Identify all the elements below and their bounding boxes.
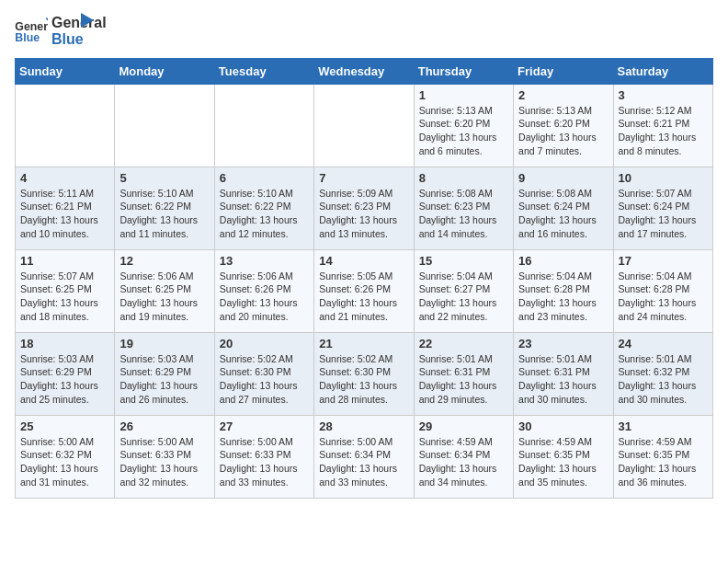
day-info: Sunrise: 4:59 AM Sunset: 6:35 PM Dayligh… (619, 435, 708, 489)
logo: General Blue General Blue (15, 15, 94, 49)
calendar-cell: 26Sunrise: 5:00 AM Sunset: 6:33 PM Dayli… (115, 415, 214, 498)
day-info: Sunrise: 4:59 AM Sunset: 6:34 PM Dayligh… (419, 435, 508, 489)
calendar-week-2: 4Sunrise: 5:11 AM Sunset: 6:21 PM Daylig… (16, 167, 713, 249)
day-number: 26 (119, 419, 209, 433)
day-number: 4 (20, 171, 109, 185)
calendar-cell: 4Sunrise: 5:11 AM Sunset: 6:21 PM Daylig… (16, 167, 115, 249)
day-info: Sunrise: 5:04 AM Sunset: 6:28 PM Dayligh… (518, 270, 608, 324)
calendar-cell: 14Sunrise: 5:05 AM Sunset: 6:26 PM Dayli… (314, 249, 414, 332)
calendar-cell (214, 84, 313, 167)
day-number: 13 (220, 254, 309, 268)
header-friday: Friday (514, 58, 613, 84)
day-info: Sunrise: 5:11 AM Sunset: 6:21 PM Dayligh… (20, 187, 109, 241)
day-info: Sunrise: 5:00 AM Sunset: 6:34 PM Dayligh… (319, 435, 408, 489)
day-number: 8 (419, 171, 508, 185)
calendar-header-row: SundayMondayTuesdayWednesdayThursdayFrid… (16, 58, 713, 84)
day-number: 29 (419, 419, 508, 433)
calendar-cell: 31Sunrise: 4:59 AM Sunset: 6:35 PM Dayli… (613, 415, 712, 498)
svg-marker-3 (81, 13, 94, 28)
calendar-cell: 10Sunrise: 5:07 AM Sunset: 6:24 PM Dayli… (613, 167, 712, 249)
day-number: 21 (319, 337, 408, 350)
day-number: 7 (319, 171, 408, 185)
calendar-cell: 17Sunrise: 5:04 AM Sunset: 6:28 PM Dayli… (613, 249, 712, 332)
day-number: 15 (419, 254, 508, 268)
day-number: 27 (220, 419, 309, 433)
calendar-cell: 18Sunrise: 5:03 AM Sunset: 6:29 PM Dayli… (16, 332, 115, 415)
calendar-cell: 5Sunrise: 5:10 AM Sunset: 6:22 PM Daylig… (115, 167, 214, 249)
day-number: 10 (619, 171, 708, 185)
header-sunday: Sunday (16, 58, 115, 84)
header-saturday: Saturday (613, 58, 712, 84)
day-number: 9 (518, 171, 608, 185)
day-number: 17 (619, 254, 708, 268)
calendar-week-1: 1Sunrise: 5:13 AM Sunset: 6:20 PM Daylig… (16, 84, 713, 167)
calendar-cell: 28Sunrise: 5:00 AM Sunset: 6:34 PM Dayli… (314, 415, 414, 498)
calendar-table: SundayMondayTuesdayWednesdayThursdayFrid… (15, 58, 713, 499)
day-info: Sunrise: 5:02 AM Sunset: 6:30 PM Dayligh… (220, 352, 309, 407)
day-info: Sunrise: 5:00 AM Sunset: 6:33 PM Dayligh… (220, 435, 309, 489)
calendar-week-4: 18Sunrise: 5:03 AM Sunset: 6:29 PM Dayli… (16, 332, 713, 415)
day-number: 30 (518, 419, 608, 433)
day-info: Sunrise: 5:03 AM Sunset: 6:29 PM Dayligh… (119, 352, 209, 407)
header-monday: Monday (115, 58, 214, 84)
day-info: Sunrise: 5:10 AM Sunset: 6:22 PM Dayligh… (220, 187, 309, 241)
logo-icon: General Blue (15, 17, 48, 45)
calendar-cell: 27Sunrise: 5:00 AM Sunset: 6:33 PM Dayli… (214, 415, 313, 498)
day-number: 11 (20, 254, 109, 268)
day-info: Sunrise: 5:06 AM Sunset: 6:26 PM Dayligh… (220, 270, 309, 324)
day-number: 25 (20, 419, 109, 433)
calendar-cell: 2Sunrise: 5:13 AM Sunset: 6:20 PM Daylig… (514, 84, 613, 167)
day-number: 31 (619, 419, 708, 433)
day-info: Sunrise: 5:08 AM Sunset: 6:24 PM Dayligh… (518, 187, 608, 241)
day-info: Sunrise: 5:13 AM Sunset: 6:20 PM Dayligh… (518, 104, 608, 158)
day-number: 2 (518, 88, 608, 102)
calendar-cell: 13Sunrise: 5:06 AM Sunset: 6:26 PM Dayli… (214, 249, 313, 332)
calendar-cell: 16Sunrise: 5:04 AM Sunset: 6:28 PM Dayli… (514, 249, 613, 332)
day-number: 24 (619, 337, 708, 350)
day-info: Sunrise: 5:05 AM Sunset: 6:26 PM Dayligh… (319, 270, 408, 324)
day-number: 3 (619, 88, 708, 102)
calendar-cell: 15Sunrise: 5:04 AM Sunset: 6:27 PM Dayli… (414, 249, 513, 332)
calendar-week-5: 25Sunrise: 5:00 AM Sunset: 6:32 PM Dayli… (16, 415, 713, 498)
svg-text:Blue: Blue (15, 32, 40, 45)
calendar-cell: 9Sunrise: 5:08 AM Sunset: 6:24 PM Daylig… (514, 167, 613, 249)
calendar-cell: 8Sunrise: 5:08 AM Sunset: 6:23 PM Daylig… (414, 167, 513, 249)
calendar-cell: 7Sunrise: 5:09 AM Sunset: 6:23 PM Daylig… (314, 167, 414, 249)
calendar-cell (16, 84, 115, 167)
header-wednesday: Wednesday (314, 58, 414, 84)
day-info: Sunrise: 5:13 AM Sunset: 6:20 PM Dayligh… (419, 104, 508, 158)
logo-blue: Blue (51, 31, 107, 48)
day-number: 20 (220, 337, 309, 350)
calendar-cell: 24Sunrise: 5:01 AM Sunset: 6:32 PM Dayli… (613, 332, 712, 415)
day-number: 18 (20, 337, 109, 350)
calendar-cell: 22Sunrise: 5:01 AM Sunset: 6:31 PM Dayli… (414, 332, 513, 415)
day-number: 28 (319, 419, 408, 433)
day-info: Sunrise: 5:02 AM Sunset: 6:30 PM Dayligh… (319, 352, 408, 407)
day-info: Sunrise: 5:00 AM Sunset: 6:32 PM Dayligh… (20, 435, 109, 489)
calendar-cell (115, 84, 214, 167)
calendar-cell: 3Sunrise: 5:12 AM Sunset: 6:21 PM Daylig… (613, 84, 712, 167)
calendar-cell: 25Sunrise: 5:00 AM Sunset: 6:32 PM Dayli… (16, 415, 115, 498)
calendar-cell: 29Sunrise: 4:59 AM Sunset: 6:34 PM Dayli… (414, 415, 513, 498)
day-info: Sunrise: 5:04 AM Sunset: 6:28 PM Dayligh… (619, 270, 708, 324)
day-info: Sunrise: 5:07 AM Sunset: 6:24 PM Dayligh… (619, 187, 708, 241)
day-info: Sunrise: 4:59 AM Sunset: 6:35 PM Dayligh… (518, 435, 608, 489)
day-info: Sunrise: 5:00 AM Sunset: 6:33 PM Dayligh… (119, 435, 209, 489)
calendar-cell: 6Sunrise: 5:10 AM Sunset: 6:22 PM Daylig… (214, 167, 313, 249)
calendar-cell: 11Sunrise: 5:07 AM Sunset: 6:25 PM Dayli… (16, 249, 115, 332)
day-number: 16 (518, 254, 608, 268)
header-thursday: Thursday (414, 58, 513, 84)
day-info: Sunrise: 5:09 AM Sunset: 6:23 PM Dayligh… (319, 187, 408, 241)
header-tuesday: Tuesday (214, 58, 313, 84)
day-info: Sunrise: 5:12 AM Sunset: 6:21 PM Dayligh… (619, 104, 708, 158)
calendar-cell: 30Sunrise: 4:59 AM Sunset: 6:35 PM Dayli… (514, 415, 613, 498)
day-number: 1 (419, 88, 508, 102)
calendar-cell: 23Sunrise: 5:01 AM Sunset: 6:31 PM Dayli… (514, 332, 613, 415)
day-number: 5 (119, 171, 209, 185)
calendar-cell: 20Sunrise: 5:02 AM Sunset: 6:30 PM Dayli… (214, 332, 313, 415)
day-info: Sunrise: 5:10 AM Sunset: 6:22 PM Dayligh… (119, 187, 209, 241)
logo-arrow-icon (74, 13, 94, 33)
day-info: Sunrise: 5:08 AM Sunset: 6:23 PM Dayligh… (419, 187, 508, 241)
day-info: Sunrise: 5:07 AM Sunset: 6:25 PM Dayligh… (20, 270, 109, 324)
day-number: 6 (220, 171, 309, 185)
